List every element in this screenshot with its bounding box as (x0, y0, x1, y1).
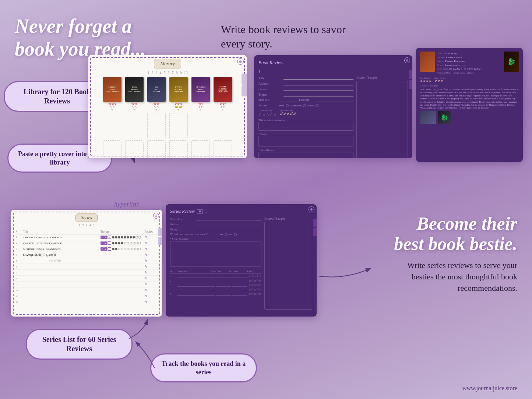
book-icons-2: ✎ (168, 109, 189, 112)
review-filled-header: Title: Fourth Wing Author: Rebecca Yarro… (420, 52, 519, 75)
book-cover: IRONFLAMEREBECCA YARROS (125, 77, 144, 102)
filled-review-thoughts: Review Thoughts I don't know... I might … (420, 84, 519, 110)
review-filled-panel: Title: Fourth Wing Author: Rebecca Yarro… (416, 48, 523, 162)
book-stars: ♥♥♥♥♥ (168, 103, 189, 106)
library-title: Library (154, 59, 181, 68)
book-stars: ♥♥♥♥ (124, 103, 145, 106)
review-panel-title: Book Review (258, 60, 408, 66)
globe-icon: ⊕ (237, 58, 244, 65)
book-stars: ♥♥♥ (190, 103, 211, 106)
fourth-wing-thumbnail (420, 52, 435, 72)
library-pagination: 12345678910 (92, 71, 243, 75)
review-panel: ⊕ Book Review 1 Title: Author: Genre: (254, 55, 412, 158)
series-row-empty: 7✎ (15, 270, 158, 276)
sr-series-title: Series title: (170, 217, 261, 221)
book-slot: RUTHLESSVOWSRebecca Ross ♥♥♥ ♥ ♥ ✎ (190, 77, 211, 112)
sr-author: Author: (170, 222, 261, 226)
become-bestie-headline: Become their best book bestie. (385, 213, 517, 254)
become-bestie-section: Become their best book bestie. Write ser… (385, 213, 517, 294)
book-slot: A COURTOF THORNSAND ROSESSARAH J. MAAS ♥… (212, 77, 233, 112)
book-cover: FOURTHWINGREBECCA YARROS (103, 77, 121, 102)
series-row: 1 EMPYREAN | REBECCA YARROS ✓ ✓ ✓ (15, 234, 158, 240)
series-table: # Title Tracker Review 1 EMPYREAN | REBE… (15, 229, 158, 305)
series-row-empty: 6✎ (15, 264, 158, 270)
genre-field: Genre: (258, 87, 353, 91)
book-stars: ♥♥♥♥ (146, 103, 167, 106)
book-slot: SIXOFCROWS ♥♥♥♥ ✎ ✎ ✎ (146, 77, 167, 112)
book-slot-empty (168, 113, 189, 139)
globe-icon: ⊕ (309, 206, 314, 212)
book-icons-2: ✎ (124, 109, 145, 112)
book-slot-empty (146, 113, 167, 139)
sentence-field: This book in a sentence... (258, 119, 353, 131)
book-icons-2: ✎ (212, 109, 233, 112)
series-row: 3 MISTBORN SAGA | BRANDON S. ✓ ✓ (15, 246, 158, 252)
trope-field: Trope: (258, 93, 353, 96)
series-row-empty: 10✎ (15, 287, 158, 293)
rating-fields: * Star Rating ☆☆☆☆☆ Spice Rating 🌶🌶🌶🌶🌶 (258, 109, 353, 117)
series-row-empty: 5 ✎ (15, 258, 158, 264)
book-icons: 😊 😊 (168, 106, 189, 109)
book-stars: ♥♥♥♥ (212, 103, 233, 106)
book-grid: FOURTHWINGREBECCA YARROS ♥♥♥♥♥ ✎ ✎ ✎ IRO… (92, 77, 243, 139)
hyperlink-bottom-label: hyperlink (114, 201, 139, 208)
book-icons: ♥ ♥ (212, 106, 233, 109)
series-row-empty: 12✎ (15, 299, 158, 305)
series-row-empty: 8✎ (15, 276, 158, 282)
series-pagination: 12345 (15, 223, 158, 227)
filled-ratings: Star Rating ★★★★ Spice Rating 🌶🌶🌶 (420, 77, 519, 83)
book-cover: SIXOFCROWS (147, 77, 166, 102)
book-icons: ✎ ✎ (124, 106, 145, 109)
series-row-empty: 4${Array(10).fill('').join('')}✎ (15, 252, 158, 258)
book-icons-2: ✎ (102, 109, 123, 112)
book-slot: IRONFLAMEREBECCA YARROS ♥♥♥♥ ✎ ✎ ✎ (124, 77, 145, 112)
book-grid-empty (92, 140, 243, 158)
book-icons: ✎ ✎ (102, 106, 123, 109)
book-icons-2: ✎ (146, 109, 167, 112)
bubble-series: Series List for 60 Series Reviews (26, 329, 133, 360)
review-number: 1 (258, 69, 408, 73)
author-field: Author: (258, 82, 353, 85)
mood-board-images: 🐉 (420, 111, 519, 124)
series-title: Series (75, 213, 97, 222)
series-review-panel: ⊕ Series Review ☰ 1 Series title: Author… (166, 204, 317, 317)
title-field: Title: (258, 76, 353, 80)
book-slot: FOURTHWINGREBECCA YARROS ♥♥♥♥♥ ✎ ✎ ✎ (102, 77, 123, 112)
quote-field: * Quote (258, 133, 353, 147)
book-cover: RUTHLESSVOWSRebecca Ross (191, 77, 210, 102)
globe-icon: ⊕ (404, 57, 410, 63)
book-icons: ✎ ✎ (146, 106, 167, 109)
mood-board-field: * Mood Board (258, 149, 353, 158)
series-row-empty: 9✎ (15, 282, 158, 287)
main-headline: Never forget a book you read... (15, 15, 162, 60)
dragon-thumbnail: 🐉 (504, 52, 519, 72)
thoughts-label: Review Thoughts (356, 76, 408, 80)
book-icons-2: ✎ (190, 109, 211, 112)
bubble-track: Track the books you read in a series (150, 353, 257, 382)
sr-summary: * Series Summary (170, 237, 261, 267)
book-cover: DIVINERIVALSRebecca Ross (169, 77, 188, 102)
sr-recommend: Would I recommend this series? Yes No (170, 233, 261, 236)
subheadline: Write book reviews to savor every story. (221, 22, 346, 51)
series-row: 2 CARAVAL | STEPHANIE GARBER ✓ ✓ (15, 240, 158, 246)
book-icons: ♥ ♥ (190, 106, 211, 109)
format-field: Format: Print Audiobook eBook (258, 104, 353, 107)
series-panel: ⊕ Series 12345 # Title Tracker Review (11, 210, 162, 317)
book-slot: DIVINERIVALSRebecca Ross ♥♥♥♥♥ 😊 😊 ✎ (168, 77, 189, 112)
website-url: www.journaljuice.store (462, 385, 517, 392)
sr-thoughts-label: Review/Thoughts (264, 217, 312, 220)
library-panel: Library 12345678910 ⊕ FOURTHWINGREBECCA … (88, 55, 247, 158)
sr-genre: Genre: (170, 227, 261, 231)
book-stars: ♥♥♥♥♥ (102, 103, 123, 106)
globe-icon: ⊕ (153, 213, 159, 219)
date-fields: Start date: End date: (258, 98, 353, 102)
become-bestie-text: Write series reviews to serve your besti… (385, 260, 517, 294)
series-row-empty: 11✎ (15, 293, 158, 299)
sr-books-table: No. Book title Start date End date Ratin… (170, 270, 261, 296)
series-review-header: Series Review ☰ 1 (170, 209, 312, 214)
book-cover: A COURTOF THORNSAND ROSESSARAH J. MAAS (214, 77, 232, 102)
